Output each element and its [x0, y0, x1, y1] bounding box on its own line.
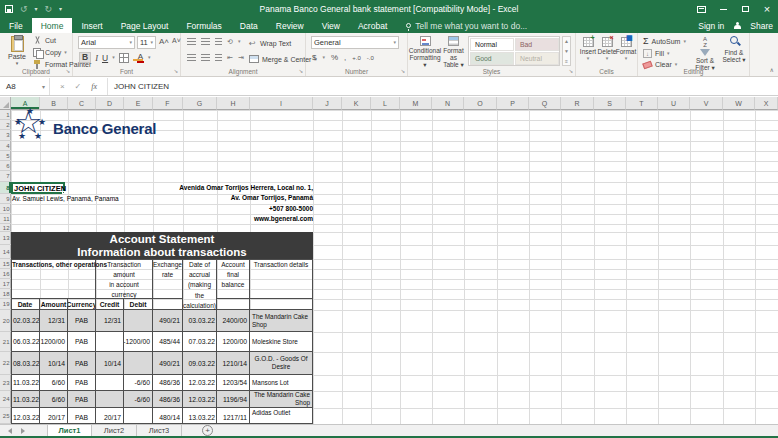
row-header-14[interactable]: 14 — [0, 245, 11, 259]
cell-details[interactable]: Moleskine Store — [250, 332, 313, 352]
row-header-6[interactable]: 6 — [0, 161, 11, 171]
name-box[interactable]: A8 — [0, 78, 50, 95]
number-dialog-launcher[interactable] — [400, 69, 405, 75]
cell-date[interactable]: 12.03.22 — [11, 408, 40, 424]
style-bad[interactable]: Bad — [515, 38, 559, 51]
cell-balance[interactable]: 1210/14 — [217, 352, 250, 375]
table-row[interactable]: 02.03.2212/31PAB12/31490/2103.03.222400/… — [11, 310, 313, 332]
row-header-8[interactable]: 8 — [0, 182, 11, 194]
cell-credit[interactable] — [96, 332, 124, 352]
comma-style-icon[interactable]: , — [344, 53, 346, 62]
row-header-16[interactable]: 16 — [0, 269, 11, 279]
cell-details[interactable]: Adidas Outlet — [250, 408, 313, 424]
autosum-button[interactable]: AutoSum — [643, 36, 686, 46]
italic-button[interactable]: I — [95, 53, 98, 63]
sub-header-debit[interactable]: Debit — [124, 299, 153, 310]
find-select-button[interactable]: Find & Select ▾ — [720, 36, 748, 63]
cell-currency[interactable]: PAB — [68, 375, 96, 391]
row-header-9[interactable]: 9 — [0, 194, 11, 204]
cell-accrual[interactable]: 09.03.22 — [183, 352, 217, 375]
column-header-B[interactable]: B — [40, 97, 68, 110]
collapse-ribbon-icon[interactable] — [770, 66, 774, 73]
increase-decimal-icon[interactable]: +.0 — [352, 55, 361, 61]
cell-currency[interactable]: PAB — [68, 332, 96, 352]
percent-style-icon[interactable]: % — [331, 53, 338, 62]
cell-amount[interactable]: 10/14 — [40, 352, 68, 375]
qat-customize-icon[interactable] — [59, 6, 62, 12]
insert-cells-button[interactable]: + Insert — [579, 37, 597, 61]
redo-icon[interactable] — [45, 5, 53, 14]
row-header-18[interactable]: 18 — [0, 289, 11, 299]
column-header-D[interactable]: D — [96, 97, 124, 110]
increase-font-icon[interactable]: A˄ — [159, 37, 169, 46]
table-row[interactable]: 11.03.226/60PAB-6/60486/3612.03.221196/9… — [11, 391, 313, 408]
column-header-L[interactable]: L — [371, 97, 400, 110]
increase-indent-icon[interactable]: ⇥ — [238, 54, 244, 61]
row-header-3[interactable]: 3 — [0, 130, 11, 141]
sub-header-amount[interactable]: Amount — [40, 299, 68, 310]
customer-address[interactable]: Av. Samuel Lewis, Panamá, Panama — [12, 195, 119, 202]
sheet-nav-left-icon[interactable] — [8, 428, 12, 434]
cell-debit[interactable] — [124, 352, 153, 375]
align-center-icon[interactable] — [201, 54, 210, 61]
cell-details[interactable]: Mansons Lot — [250, 375, 313, 391]
style-neutral[interactable]: Neutral — [515, 52, 559, 65]
cell-amount[interactable]: 6/60 — [40, 391, 68, 408]
underline-dropdown-icon[interactable] — [112, 55, 115, 60]
header-account-final-balance[interactable]: Account final balance — [217, 259, 250, 299]
cell-balance[interactable]: 1203/54 — [217, 375, 250, 391]
alignment-dialog-launcher[interactable] — [298, 69, 303, 75]
cell-details[interactable]: The Mandarin Cake Shop — [250, 310, 313, 332]
sheet-tab-лист2[interactable]: Лист2 — [92, 425, 137, 436]
clear-button[interactable]: Clear — [643, 61, 686, 68]
restore-button[interactable] — [734, 0, 756, 18]
row-header-21[interactable]: 21 — [0, 332, 11, 352]
font-color-icon[interactable]: A — [137, 53, 144, 63]
cell-accrual[interactable]: 12.03.22 — [183, 391, 217, 408]
row-header-22[interactable]: 22 — [0, 352, 11, 375]
sub-header-empty[interactable] — [217, 299, 250, 310]
row-header-24[interactable]: 24 — [0, 391, 11, 408]
cell-accrual[interactable]: 13.03.22 — [183, 408, 217, 424]
column-header-I[interactable]: I — [250, 97, 313, 110]
column-header-S[interactable]: S — [594, 97, 626, 110]
column-header-T[interactable]: T — [626, 97, 658, 110]
fill-button[interactable]: ↓Fill — [643, 49, 686, 58]
cell-amount[interactable]: 1200/00 — [40, 332, 68, 352]
sheet-tab-лист3[interactable]: Лист3 — [137, 425, 182, 436]
tab-page-layout[interactable]: Page Layout — [112, 18, 178, 33]
tell-me-box[interactable]: Tell me what you want to do... — [406, 18, 527, 33]
row-header-10[interactable]: 10 — [0, 204, 11, 214]
cell-amount[interactable]: 20/17 — [40, 408, 68, 424]
worksheet-grid[interactable]: ABCDEFGHIJKLMNOPQRSTUVWX 123456789101112… — [0, 97, 778, 424]
row-header-13[interactable]: 13 — [0, 232, 11, 245]
column-header-G[interactable]: G — [183, 97, 217, 110]
bold-button[interactable]: B — [79, 52, 91, 63]
cell-rate[interactable]: 486/36 — [153, 391, 183, 408]
style-good[interactable]: Good — [470, 52, 514, 65]
cell-balance[interactable]: 1200/00 — [217, 332, 250, 352]
column-header-K[interactable]: K — [342, 97, 371, 110]
cell-amount[interactable]: 12/31 — [40, 310, 68, 332]
styles-dialog-launcher[interactable] — [568, 69, 573, 75]
cell-balance[interactable]: 1196/94 — [217, 391, 250, 408]
decrease-font-icon[interactable]: A˅ — [172, 37, 181, 46]
insert-function-icon[interactable]: fx — [91, 82, 97, 91]
cell-credit[interactable]: 10/14 — [96, 352, 124, 375]
tab-acrobat[interactable]: Acrobat — [349, 18, 396, 33]
clipboard-dialog-launcher[interactable] — [65, 69, 70, 75]
cell-debit[interactable] — [124, 310, 153, 332]
cell-amount[interactable]: 6/60 — [40, 375, 68, 391]
tab-view[interactable]: View — [313, 18, 349, 33]
column-header-Q[interactable]: Q — [529, 97, 561, 110]
wrap-text-button[interactable]: Wrap Text — [249, 39, 291, 47]
accounting-format-icon[interactable]: $ — [312, 53, 316, 62]
table-row[interactable]: 08.03.2210/14PAB10/14490/2109.03.221210/… — [11, 352, 313, 375]
close-button[interactable] — [756, 0, 778, 18]
underline-button[interactable]: U — [102, 53, 108, 63]
cell-rate[interactable]: 485/44 — [153, 332, 183, 352]
confirm-entry-icon[interactable] — [75, 82, 82, 91]
cell-credit[interactable] — [96, 375, 124, 391]
header-exchange-rate[interactable]: Exchange rate — [153, 259, 183, 299]
column-header-V[interactable]: V — [690, 97, 723, 110]
